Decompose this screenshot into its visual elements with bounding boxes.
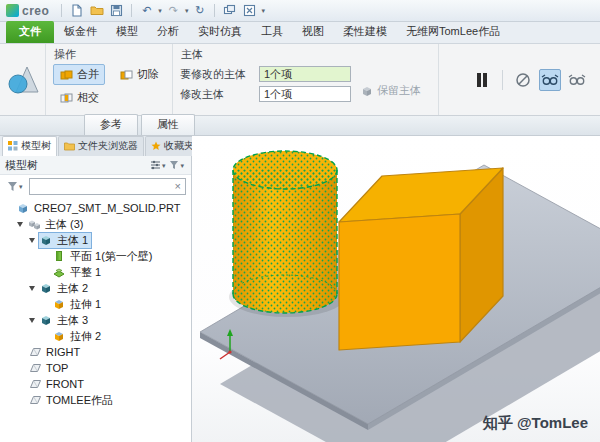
menu-tab[interactable]: 钣金件: [55, 21, 106, 43]
keep-body-icon: [361, 85, 373, 97]
tree-row[interactable]: 主体 3: [0, 312, 191, 328]
keep-body-toggle[interactable]: 保留主体: [351, 83, 431, 98]
no-preview-button[interactable]: [512, 69, 534, 91]
file-menu-button[interactable]: 文件: [6, 21, 54, 43]
menu-tab[interactable]: 工具: [252, 21, 292, 43]
menu-tab[interactable]: 视图: [293, 21, 333, 43]
tree-item[interactable]: CREO7_SMT_M_SOLID.PRT: [15, 201, 185, 215]
folder-browser-icon: [64, 141, 75, 151]
tree-row[interactable]: 拉伸 1: [0, 296, 191, 312]
merge-button[interactable]: 合并: [53, 64, 105, 85]
cut-button[interactable]: 切除: [113, 64, 165, 85]
tree-item[interactable]: TOMLEE作品: [27, 392, 117, 409]
tree-row[interactable]: RIGHT: [0, 344, 191, 360]
menu-tab[interactable]: 无维网TomLee作品: [397, 21, 509, 43]
divider: [61, 4, 62, 17]
menu-tab[interactable]: 实时仿真: [189, 21, 251, 43]
tree-row[interactable]: 平整 1: [0, 264, 191, 280]
tree-row[interactable]: 拉伸 2: [0, 328, 191, 344]
properties-panel-tab[interactable]: 属性: [141, 114, 195, 135]
tree-search-input[interactable]: [32, 181, 173, 192]
tree-item[interactable]: 拉伸 1: [51, 296, 105, 313]
tree-item-label: 拉伸 1: [70, 297, 101, 312]
dynamic-preview-button[interactable]: [539, 69, 561, 91]
tree-row[interactable]: TOP: [0, 360, 191, 376]
redo-menu-caret[interactable]: ▾: [185, 7, 189, 14]
cube-solid[interactable]: [339, 168, 503, 350]
new-file-button[interactable]: [68, 2, 85, 19]
tree-item[interactable]: 拉伸 2: [51, 328, 105, 345]
regenerate-button[interactable]: ↻: [191, 2, 208, 19]
intersect-button[interactable]: 相交: [53, 87, 105, 108]
clear-search-button[interactable]: ×: [173, 180, 183, 192]
divider: [214, 4, 215, 17]
creo-window: creo ↶ ▾ ↷ ▾ ↻ ▾ 文件 钣金件模型分析实时仿真工具视图柔性建模无…: [0, 0, 600, 442]
menu-tab[interactable]: 柔性建模: [334, 21, 396, 43]
tree-item-label: 拉伸 2: [70, 329, 101, 344]
bodies-to-modify-field[interactable]: 1个项: [259, 66, 351, 82]
quick-access-caret[interactable]: ▾: [261, 7, 265, 14]
no-preview-icon: [515, 72, 531, 88]
tree-row[interactable]: 主体 2: [0, 280, 191, 296]
menu-tab[interactable]: 分析: [148, 21, 188, 43]
tree-item[interactable]: FRONT: [27, 377, 88, 391]
tree-item-label: 主体 2: [57, 281, 88, 296]
windows-button[interactable]: [221, 2, 238, 19]
save-icon: [110, 4, 123, 17]
tree-item[interactable]: 主体 3: [38, 312, 92, 329]
tree-row[interactable]: CREO7_SMT_M_SOLID.PRT: [0, 200, 191, 216]
expand-arrow-icon[interactable]: [29, 318, 35, 323]
save-button[interactable]: [108, 2, 125, 19]
undo-menu-caret[interactable]: ▾: [158, 7, 162, 14]
cylinder-solid[interactable]: [233, 151, 337, 313]
navigator-tabs: 模型树 文件夹浏览器 收藏夹: [0, 136, 191, 156]
model-tree: CREO7_SMT_M_SOLID.PRT主体 (3)主体 1平面 1(第一个壁…: [0, 197, 191, 442]
datum-icon: [29, 362, 43, 374]
expand-arrow-icon[interactable]: [29, 238, 35, 243]
references-panel-tab[interactable]: 参考: [84, 114, 138, 135]
tree-item[interactable]: 主体 (3): [26, 216, 88, 233]
menu-tab[interactable]: 模型: [107, 21, 147, 43]
tree-item[interactable]: 平整 1: [51, 264, 105, 281]
undo-button[interactable]: ↶: [138, 2, 155, 19]
search-filter-button[interactable]: ▾: [5, 180, 25, 193]
3d-viewport[interactable]: 知乎 @TomLee: [192, 136, 600, 442]
merge-tool-icon: [5, 62, 41, 98]
tree-row[interactable]: 主体 (3): [0, 216, 191, 232]
tree-row[interactable]: TOMLEE作品: [0, 392, 191, 408]
pause-button[interactable]: [471, 69, 493, 91]
tree-search-bar: ▾ ×: [0, 175, 191, 197]
watermark: 知乎 @TomLee: [483, 414, 588, 433]
intersect-icon: [59, 91, 73, 105]
bodies-icon: [28, 218, 42, 230]
operations-group: 操作 合并 切除 相交: [46, 44, 173, 115]
expand-arrow-icon[interactable]: [29, 286, 35, 291]
divider: [502, 70, 503, 90]
folder-browser-tab[interactable]: 文件夹浏览器: [58, 136, 144, 156]
close-window-button[interactable]: [241, 2, 258, 19]
tree-row[interactable]: 主体 1: [0, 232, 191, 248]
ribbon-tab-bar: 文件 钣金件模型分析实时仿真工具视图柔性建模无维网TomLee作品: [0, 22, 600, 44]
body-group: 主体 要修改的主体 1个项 修改主体 1个项 保留主体: [173, 44, 439, 115]
redo-button[interactable]: ↷: [165, 2, 182, 19]
verify-button[interactable]: [566, 69, 588, 91]
open-file-button[interactable]: [88, 2, 105, 19]
tree-item[interactable]: 主体 2: [38, 280, 92, 297]
tree-filters-menu-button[interactable]: ▾: [167, 159, 186, 171]
model-tree-tab[interactable]: 模型树: [2, 136, 57, 156]
datum-icon: [29, 346, 43, 358]
cut-button-label: 切除: [137, 67, 159, 82]
tree-item[interactable]: TOP: [27, 361, 72, 375]
verify-glasses-icon: [568, 73, 586, 87]
tree-columns-menu-button[interactable]: ▾: [148, 159, 168, 171]
tree-row[interactable]: 平面 1(第一个壁): [0, 248, 191, 264]
expand-arrow-icon[interactable]: [17, 222, 23, 227]
tree-row[interactable]: FRONT: [0, 376, 191, 392]
tree-filter-icon: [169, 160, 179, 170]
modified-body-field[interactable]: 1个项: [259, 86, 351, 102]
tree-item[interactable]: RIGHT: [27, 345, 84, 359]
tree-item[interactable]: 平面 1(第一个壁): [51, 248, 157, 265]
search-box: ×: [29, 178, 186, 195]
funnel-icon: [7, 181, 18, 192]
tree-item[interactable]: 主体 1: [38, 232, 92, 249]
